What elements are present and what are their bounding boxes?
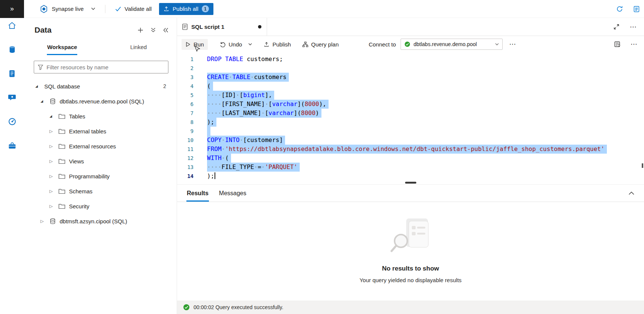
editor-more-actions-icon[interactable]: ⋯ [630,41,637,48]
nav-develop-button[interactable] [5,67,20,82]
query-status-message: 00:00:02 Query executed successfully. [194,304,283,310]
collapse-results-icon[interactable] [629,191,644,195]
left-nav-rail [0,18,24,314]
tab-messages[interactable]: Messages [214,185,252,202]
line-number: 2 [177,64,200,73]
expand-node-icon[interactable]: ▷ [50,204,59,209]
publish-button[interactable]: Publish [260,39,294,50]
refresh-icon[interactable] [616,6,623,12]
nav-integrate-button[interactable] [5,91,20,106]
tab-results[interactable]: Results [182,185,214,202]
tree-item[interactable]: ▷ Programmability [24,169,177,184]
tree-item-label: Security [69,203,89,209]
divider [105,5,105,13]
connect-to-label: Connect to [369,41,396,48]
properties-icon[interactable] [614,41,621,47]
unsaved-changes-indicator [258,25,261,28]
line-number: 13 [177,163,200,172]
tree-item[interactable]: ◢ dbtlabs.revenue.demo.pool (SQL) [24,94,177,109]
nav-home-button[interactable] [5,19,20,34]
tree-item[interactable]: ◢SQL database2 [24,79,177,94]
tree-item[interactable]: ▷ Security [24,199,177,214]
tree-item[interactable]: ▷ Views [24,154,177,169]
tree-item-label: Programmability [69,173,110,179]
expand-node-icon[interactable]: ▷ [50,159,59,164]
folder-icon [59,188,65,194]
sql-script-icon [182,24,188,30]
chevron-down-icon [91,7,95,10]
code-line: ); [207,172,644,181]
filter-icon [38,64,43,70]
tree-item[interactable]: ▷ dbtmsft.azsyn.cipool (SQL) [24,214,177,229]
undo-dropdown-chevron-icon[interactable] [246,41,255,48]
code-line: ····[LAST_NAME]·[varchar](8000) [207,109,644,118]
tab-linked[interactable]: Linked [101,40,177,55]
tab-sql-script-1[interactable]: SQL script 1 [177,18,267,36]
run-play-icon [185,42,191,47]
document-tab-title: SQL script 1 [191,24,224,30]
folder-icon [59,114,65,119]
nav-manage-button[interactable] [5,139,20,154]
line-number: 10 [177,136,200,145]
tree-item[interactable]: ◢ Tables [24,109,177,124]
panel-resize-handle[interactable] [405,182,416,184]
tree-item[interactable]: ▷ Schemas [24,184,177,199]
code-line: ); [207,118,644,127]
collapse-pane-icon[interactable] [163,28,168,33]
undo-button[interactable]: Undo [216,39,246,50]
line-number: 12 [177,154,200,163]
collapse-node-icon[interactable]: ◢ [41,99,50,103]
expand-all-icon[interactable] [151,27,156,33]
dropdown-chevron-icon [495,43,499,46]
line-number: 3 [177,73,200,82]
synapse-logo-icon [40,5,48,13]
expand-nav-button[interactable]: » [0,0,24,18]
monitor-icon [8,118,16,127]
line-number: 6 [177,100,200,109]
tree-item[interactable]: ▷ External resources [24,139,177,154]
tree-item[interactable]: ▷ External tables [24,124,177,139]
collapse-node-icon[interactable]: ◢ [50,114,59,118]
nav-monitor-button[interactable] [5,115,20,130]
git-mode-selector[interactable]: Synapse live [40,5,95,13]
query-plan-button[interactable]: Query plan [299,39,342,50]
text-cursor [215,172,215,179]
code-line: WITH·( [207,154,644,163]
tab-workspace[interactable]: Workspace [24,40,101,55]
expand-node-icon[interactable]: ▷ [50,144,59,149]
home-icon [8,22,16,31]
line-number: 7 [177,109,200,118]
top-bar: » Synapse live Validate all [0,0,644,18]
synapse-studio-window: » Synapse live Validate all [0,0,644,314]
line-number: 9 [177,127,200,136]
add-resource-icon[interactable] [138,27,143,33]
data-icon [8,45,16,55]
undo-label: Undo [229,41,242,48]
filter-resources-input[interactable] [47,64,164,70]
code-line: ( [207,82,644,91]
code-editor[interactable]: 1234567891011121314 DROP TABLE customers… [177,52,644,184]
expand-node-icon[interactable]: ▷ [50,174,59,179]
resource-list-icon[interactable] [633,6,639,12]
expand-node-icon[interactable]: ▷ [41,219,50,224]
tree-item-label: External tables [69,128,106,135]
empty-results-state: No results to show Your query yielded no… [177,202,644,301]
publish-all-button[interactable]: Publish all 1 [159,3,213,15]
toolbar-overflow-icon[interactable]: ⋯ [509,41,516,48]
code-lines[interactable]: DROP TABLE customers;CREATE·TABLE·custom… [200,52,644,184]
results-panel: Results Messages [177,184,644,301]
more-actions-icon[interactable]: ⋯ [630,24,636,30]
nav-data-button[interactable] [5,43,20,58]
run-button[interactable]: Run [182,39,208,50]
run-label: Run [194,41,204,48]
collapse-node-icon[interactable]: ◢ [35,84,44,88]
publish-icon [264,42,269,47]
maximize-icon[interactable] [614,24,619,30]
expand-node-icon[interactable]: ▷ [50,129,59,134]
connect-to-dropdown[interactable]: dbtlabs.revenue.demo.pool [401,39,503,50]
validate-all-button[interactable]: Validate all [115,6,152,12]
undo-icon [220,42,226,47]
expand-node-icon[interactable]: ▷ [50,189,59,194]
query-toolbar: Run Undo Publish Quer [177,36,644,52]
manage-icon [8,142,16,151]
